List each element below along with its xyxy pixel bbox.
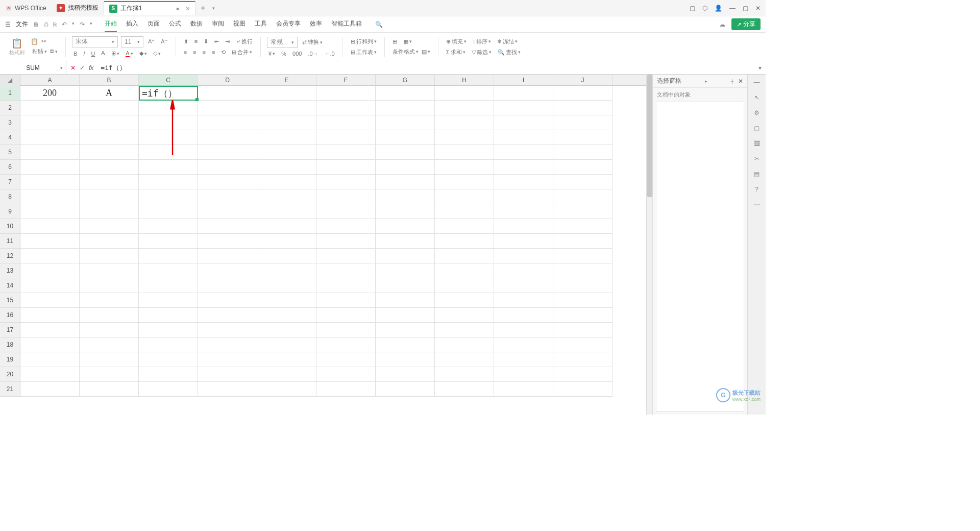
cell-H13[interactable] xyxy=(435,263,494,278)
row-header[interactable]: 2 xyxy=(0,101,20,115)
cell-E18[interactable] xyxy=(257,337,316,352)
align-top-icon[interactable]: ⬆ xyxy=(182,38,190,45)
tab-formula[interactable]: 公式 xyxy=(169,16,181,32)
cell-I12[interactable] xyxy=(494,249,553,263)
row-header[interactable]: 13 xyxy=(0,263,20,278)
cell-F17[interactable] xyxy=(316,323,376,337)
font-size-select[interactable]: 11▾ xyxy=(121,36,143,47)
tab-tools[interactable]: 工具 xyxy=(255,16,267,32)
fill-color-icon[interactable]: ◆▾ xyxy=(138,50,149,57)
pin-icon[interactable]: ⟊ xyxy=(730,78,734,85)
indent-increase-icon[interactable]: ⇥ xyxy=(224,38,231,45)
cell-C15[interactable] xyxy=(139,293,198,308)
select-all-corner[interactable]: ◢ xyxy=(0,75,20,86)
cell-A10[interactable] xyxy=(20,219,80,234)
cell-D1[interactable] xyxy=(198,86,257,101)
increase-font-icon[interactable]: A⁺ xyxy=(146,38,156,45)
number-format-select[interactable]: 常规▾ xyxy=(267,37,298,48)
cell-I9[interactable] xyxy=(494,204,553,219)
cell-A9[interactable] xyxy=(20,204,80,219)
cond-format-button[interactable]: 条件格式▾ ▤▾ xyxy=(391,47,432,56)
tab-efficiency[interactable]: 效率 xyxy=(310,16,322,32)
cell-A13[interactable] xyxy=(20,263,80,278)
wrap-button[interactable]: ⤶ 换行 xyxy=(234,37,254,46)
cell-G7[interactable] xyxy=(376,175,435,189)
cell-D5[interactable] xyxy=(198,145,257,160)
cell-I6[interactable] xyxy=(494,160,553,175)
formula-input[interactable]: =if（） xyxy=(97,63,754,73)
tab-home[interactable]: 开始 xyxy=(105,16,117,32)
cell-C19[interactable] xyxy=(139,352,198,367)
cut-icon[interactable]: ✂ xyxy=(41,38,46,45)
cell-D3[interactable] xyxy=(198,115,257,130)
note-icon[interactable]: ▢ xyxy=(754,125,760,132)
freeze-button[interactable]: ❄ 冻结▾ xyxy=(496,37,519,46)
cell-H2[interactable] xyxy=(435,101,494,115)
cell-G15[interactable] xyxy=(376,293,435,308)
cell-J19[interactable] xyxy=(553,352,612,367)
cell-D20[interactable] xyxy=(198,367,257,382)
cell-B5[interactable] xyxy=(80,145,139,160)
cell-A14[interactable] xyxy=(20,278,80,293)
collapse-icon[interactable]: — xyxy=(754,79,760,86)
cell-B17[interactable] xyxy=(80,323,139,337)
cell-A19[interactable] xyxy=(20,352,80,367)
cell-E20[interactable] xyxy=(257,367,316,382)
cell-C8[interactable] xyxy=(139,189,198,204)
cell-F14[interactable] xyxy=(316,278,376,293)
row-header[interactable]: 9 xyxy=(0,204,20,219)
tab-workbook[interactable]: S 工作簿1 ● × xyxy=(104,1,195,15)
cell-E16[interactable] xyxy=(257,308,316,323)
cell-D7[interactable] xyxy=(198,175,257,189)
cell-G16[interactable] xyxy=(376,308,435,323)
cell-J6[interactable] xyxy=(553,160,612,175)
col-header-G[interactable]: G xyxy=(376,75,435,85)
cell-style-icon[interactable]: ▦▾ xyxy=(402,38,413,45)
close-window-icon[interactable]: ✕ xyxy=(755,5,761,12)
cell-J20[interactable] xyxy=(553,367,612,382)
cell-F1[interactable] xyxy=(316,86,376,101)
cell-A4[interactable] xyxy=(20,130,80,145)
cell-H3[interactable] xyxy=(435,115,494,130)
comma-icon[interactable]: 000 xyxy=(291,50,303,57)
panel-icon[interactable]: ▢ xyxy=(690,5,695,12)
settings-icon[interactable]: ⚙ xyxy=(754,109,760,116)
cell-F20[interactable] xyxy=(316,367,376,382)
cell-B1[interactable]: A xyxy=(80,86,139,101)
cell-F6[interactable] xyxy=(316,160,376,175)
cell-F11[interactable] xyxy=(316,234,376,249)
row-header[interactable]: 5 xyxy=(0,145,20,160)
select-icon[interactable]: ↖ xyxy=(754,94,760,101)
cell-B15[interactable] xyxy=(80,293,139,308)
cell-B21[interactable] xyxy=(80,382,139,397)
close-icon[interactable]: × xyxy=(186,5,190,13)
tab-data[interactable]: 数据 xyxy=(190,16,203,32)
cell-B10[interactable] xyxy=(80,219,139,234)
cell-B16[interactable] xyxy=(80,308,139,323)
indent-decrease-icon[interactable]: ⇤ xyxy=(213,38,220,45)
cell-G1[interactable] xyxy=(376,86,435,101)
cloud-icon[interactable]: ☁ xyxy=(719,21,725,28)
orientation-icon[interactable]: ⟲ xyxy=(219,49,227,56)
print-icon[interactable]: ⎙ xyxy=(44,21,48,28)
cell-G10[interactable] xyxy=(376,219,435,234)
cell-D19[interactable] xyxy=(198,352,257,367)
cell-H8[interactable] xyxy=(435,189,494,204)
cell-I2[interactable] xyxy=(494,101,553,115)
cell-D21[interactable] xyxy=(198,382,257,397)
file-menu[interactable]: 文件 xyxy=(16,20,28,29)
vertical-scrollbar[interactable] xyxy=(646,75,652,415)
cell-I10[interactable] xyxy=(494,219,553,234)
cell-E10[interactable] xyxy=(257,219,316,234)
underline-icon[interactable]: U xyxy=(89,50,96,57)
cell-I20[interactable] xyxy=(494,367,553,382)
align-justify-icon[interactable]: ≡ xyxy=(210,49,216,56)
row-header[interactable]: 21 xyxy=(0,382,20,397)
cell-J15[interactable] xyxy=(553,293,612,308)
cell-I13[interactable] xyxy=(494,263,553,278)
row-header[interactable]: 1 xyxy=(0,86,20,101)
tab-smart[interactable]: 智能工具箱 xyxy=(331,16,362,32)
cell-C16[interactable] xyxy=(139,308,198,323)
cell-I17[interactable] xyxy=(494,323,553,337)
cell-I15[interactable] xyxy=(494,293,553,308)
